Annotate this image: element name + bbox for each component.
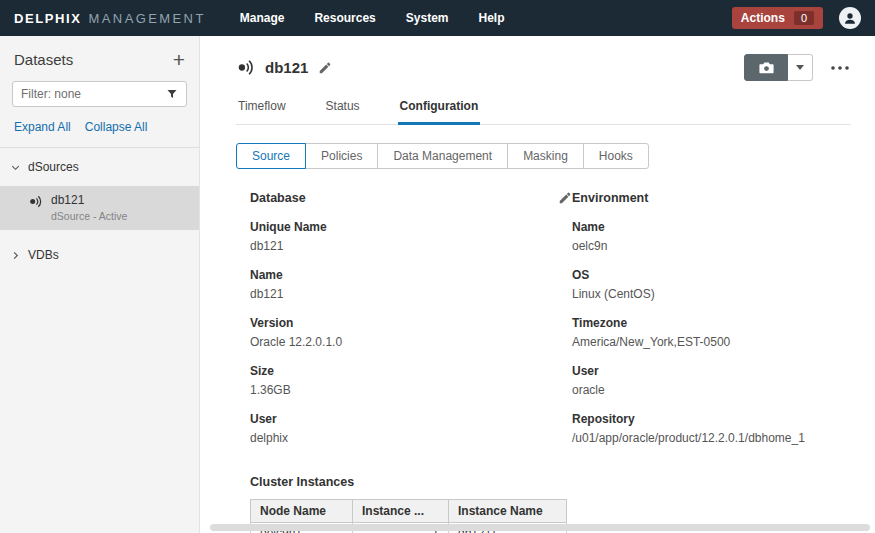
field-label: User (250, 412, 572, 426)
field-size: Size 1.36GB (250, 364, 572, 397)
menu-item-manage[interactable]: Manage (240, 11, 285, 25)
edit-title-button[interactable] (318, 61, 332, 75)
brand-logo[interactable]: DELPHIX MANAGEMENT (14, 11, 206, 26)
main-content: db121 (200, 36, 875, 533)
field-label: Version (250, 316, 572, 330)
field-env-user: User oracle (572, 364, 851, 397)
field-env-name: Name oelc9n (572, 220, 851, 253)
edit-icon (558, 191, 572, 205)
subtab-policies[interactable]: Policies (305, 143, 378, 169)
field-value: /u01/app/oracle/product/12.2.0.1/dbhome_… (572, 431, 851, 445)
environment-section: Environment Name oelc9n OS Linux (CentOS… (572, 191, 851, 458)
datasets-sidebar: Datasets + Expand All Collapse All dSour… (0, 36, 200, 533)
snapshot-dropdown-button[interactable] (788, 54, 813, 81)
sidebar-header: Datasets + (0, 36, 199, 79)
environment-heading: Environment (572, 191, 648, 205)
snapshot-button-group (744, 54, 813, 81)
tab-bar: Timeflow Status Configuration (236, 97, 851, 125)
database-heading: Database (250, 191, 306, 205)
field-value: oelc9n (572, 239, 851, 253)
tree-section-vdbs[interactable]: VDBs (0, 236, 199, 274)
subtab-source[interactable]: Source (236, 143, 306, 169)
subtab-masking[interactable]: Masking (507, 143, 584, 169)
dsource-icon (236, 58, 255, 77)
sidebar-links: Expand All Collapse All (0, 107, 199, 148)
actions-button[interactable]: Actions 0 (732, 7, 823, 29)
topnav-right-group: Actions 0 (732, 7, 861, 29)
chevron-down-icon (796, 65, 804, 70)
database-section: Database Unique Name db121 Name db121 (250, 191, 572, 458)
top-menu: Manage Resources System Help (240, 11, 505, 25)
field-label: User (572, 364, 851, 378)
tab-timeflow[interactable]: Timeflow (236, 97, 288, 124)
field-label: Size (250, 364, 572, 378)
field-timezone: Timezone America/New_York,EST-0500 (572, 316, 851, 349)
field-label: Repository (572, 412, 851, 426)
chevron-down-icon (10, 162, 21, 173)
field-value: Oracle 12.2.0.1.0 (250, 335, 572, 349)
snapshot-button[interactable] (744, 54, 788, 81)
dataset-item-name: db121 (51, 193, 127, 207)
collapse-all-link[interactable]: Collapse All (85, 120, 148, 134)
add-dataset-button[interactable]: + (173, 49, 185, 70)
expand-all-link[interactable]: Expand All (14, 120, 71, 134)
field-os: OS Linux (CentOS) (572, 268, 851, 301)
table-header-row: Node Name Instance ... Instance Name (251, 500, 567, 523)
tab-configuration[interactable]: Configuration (398, 97, 481, 125)
tree-section-label: VDBs (28, 248, 59, 262)
chevron-right-icon (10, 250, 21, 261)
edit-icon (318, 61, 332, 75)
field-value: db121 (250, 239, 572, 253)
app-layout: Datasets + Expand All Collapse All dSour… (0, 36, 875, 533)
field-repository: Repository /u01/app/oracle/product/12.2.… (572, 412, 851, 445)
horizontal-scrollbar[interactable] (210, 524, 870, 531)
column-header-node-name[interactable]: Node Name (251, 500, 353, 523)
brand-secondary-text: MANAGEMENT (89, 11, 206, 26)
user-icon (842, 10, 858, 26)
subtab-hooks[interactable]: Hooks (583, 143, 649, 169)
field-value: America/New_York,EST-0500 (572, 335, 851, 349)
top-navigation: DELPHIX MANAGEMENT Manage Resources Syst… (0, 0, 875, 36)
dataset-item-status: dSource - Active (51, 210, 127, 222)
tree-section-label: dSources (28, 160, 79, 174)
header-actions (744, 54, 851, 81)
field-version: Version Oracle 12.2.0.1.0 (250, 316, 572, 349)
filter-input[interactable] (21, 87, 160, 101)
field-label: Name (572, 220, 851, 234)
more-icon (829, 64, 851, 72)
subtab-data-management[interactable]: Data Management (377, 143, 508, 169)
field-label: Unique Name (250, 220, 572, 234)
field-value: oracle (572, 383, 851, 397)
tree-section-dsources[interactable]: dSources (0, 148, 199, 186)
tab-status[interactable]: Status (324, 97, 362, 124)
cluster-instances-heading: Cluster Instances (250, 475, 354, 489)
more-options-button[interactable] (829, 64, 851, 72)
menu-item-system[interactable]: System (406, 11, 449, 25)
user-avatar[interactable] (839, 7, 861, 29)
column-header-instance-number[interactable]: Instance ... (353, 500, 449, 523)
main-header: db121 (236, 54, 851, 81)
database-heading-row: Database (250, 191, 572, 205)
subtab-bar: Source Policies Data Management Masking … (236, 143, 851, 169)
detail-columns: Database Unique Name db121 Name db121 (236, 191, 851, 458)
field-value: delphix (250, 431, 572, 445)
page-title: db121 (265, 59, 308, 76)
field-label: Name (250, 268, 572, 282)
filter-icon[interactable] (166, 88, 178, 100)
field-value: db121 (250, 287, 572, 301)
environment-heading-row: Environment (572, 191, 851, 205)
snapshot-icon (758, 59, 775, 76)
field-name: Name db121 (250, 268, 572, 301)
filter-box (12, 81, 187, 107)
edit-database-button[interactable] (558, 191, 572, 205)
menu-item-resources[interactable]: Resources (314, 11, 375, 25)
field-label: Timezone (572, 316, 851, 330)
dsource-icon (28, 194, 43, 209)
sidebar-title: Datasets (14, 51, 73, 68)
field-value: Linux (CentOS) (572, 287, 851, 301)
field-label: OS (572, 268, 851, 282)
menu-item-help[interactable]: Help (478, 11, 504, 25)
field-db-user: User delphix (250, 412, 572, 445)
column-header-instance-name[interactable]: Instance Name (449, 500, 567, 523)
dataset-item-db121[interactable]: db121 dSource - Active (0, 186, 199, 230)
